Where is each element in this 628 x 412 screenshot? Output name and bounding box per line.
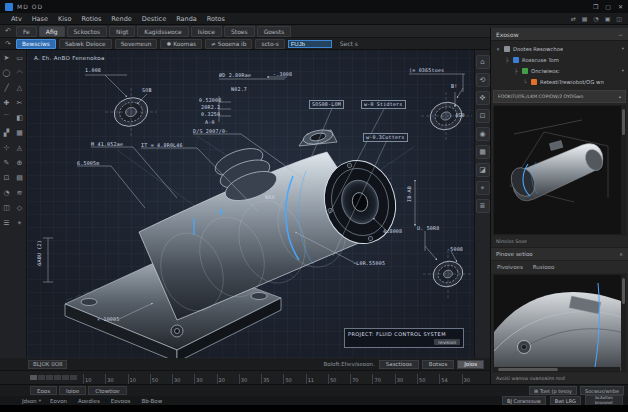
circle-tool-icon[interactable]: ◯: [0, 65, 13, 80]
ribbon-tab[interactable]: Kagidsseoce: [137, 26, 188, 37]
timeline-segments[interactable]: [30, 375, 77, 380]
status-item[interactable]: Eovoos: [111, 398, 133, 404]
toolbar-button[interactable]: ✱ Koomas: [160, 39, 202, 49]
add-tool-icon[interactable]: ✚: [0, 95, 13, 110]
menu-item[interactable]: Rotios: [76, 15, 106, 23]
measure-icon[interactable]: ⌖: [476, 181, 490, 195]
timeline-tick[interactable]: 10: [83, 374, 91, 384]
pan-icon[interactable]: ✜: [476, 91, 490, 105]
list-tool-icon[interactable]: ☰: [0, 215, 13, 230]
panels-icon[interactable]: ◫: [616, 15, 622, 22]
undo-icon[interactable]: ↶: [3, 27, 13, 35]
browser-panel-header[interactable]: Exosow −: [491, 28, 628, 41]
status-item[interactable]: Aoedies: [78, 398, 102, 404]
chevron-down-icon[interactable]: ▾: [622, 68, 624, 73]
measure-tool-icon[interactable]: ⌖: [13, 215, 26, 230]
revolve-tool-icon[interactable]: ◔: [0, 185, 13, 200]
orbit-icon[interactable]: ⟲: [476, 73, 490, 87]
revision-chip[interactable]: revision: [434, 339, 460, 345]
snap-tool-icon[interactable]: ⊹: [0, 140, 13, 155]
preview-2-vertical-scrollbar[interactable]: [621, 275, 625, 371]
menu-item[interactable]: Randa: [171, 15, 202, 23]
ribbon-tab[interactable]: Stoes: [224, 26, 255, 37]
ribbon-tab[interactable]: Sckoctos: [67, 26, 108, 37]
close-icon[interactable]: ✕: [618, 3, 623, 10]
status-item[interactable]: Eovon: [50, 398, 69, 404]
timeline-tick[interactable]: 70: [350, 374, 358, 384]
select-tool-icon[interactable]: ➤: [0, 50, 13, 65]
sub-bar-button[interactable]: Sasctioos: [379, 360, 419, 369]
bottom-tab[interactable]: Ctowtioe: [88, 386, 126, 395]
command-input[interactable]: [288, 40, 332, 48]
panel-tab[interactable]: Rusiooo: [533, 264, 555, 270]
display-settings-icon[interactable]: ≣: [476, 199, 490, 213]
timeline-tick[interactable]: 54: [439, 374, 447, 384]
home-view-icon[interactable]: ⌂: [476, 55, 490, 69]
hatch-tool-icon[interactable]: ▞: [0, 125, 13, 140]
ribbon-tab[interactable]: Goests: [257, 26, 292, 37]
timeline-tick[interactable]: 50: [283, 374, 291, 384]
timeline-tick[interactable]: 30: [194, 374, 202, 384]
grid-tool-icon[interactable]: ▦: [13, 125, 26, 140]
model-preview-2[interactable]: [493, 274, 626, 372]
redo-icon[interactable]: ↷: [3, 40, 13, 48]
panel-scrollbar[interactable]: [621, 106, 625, 234]
timeline-tick[interactable]: 50: [328, 374, 336, 384]
menu-item[interactable]: Rende: [106, 15, 136, 23]
diamond-tool-icon[interactable]: ◇: [13, 200, 26, 215]
timeline-tick[interactable]: 30: [395, 374, 403, 384]
timeline-tick[interactable]: 30: [105, 374, 113, 384]
chevron-down-icon[interactable]: ▾: [622, 46, 624, 51]
apps-icon[interactable]: ▦: [582, 15, 588, 22]
look-at-icon[interactable]: ◉: [476, 127, 490, 141]
polygon-tool-icon[interactable]: △: [13, 80, 26, 95]
pyramid-tool-icon[interactable]: ◬: [13, 140, 26, 155]
status-item[interactable]: Jdson ▾: [22, 398, 41, 404]
collapse-icon[interactable]: −: [618, 31, 623, 38]
menu-item[interactable]: Destice: [137, 15, 171, 23]
sub-bar-button[interactable]: Joios: [457, 360, 484, 369]
toolbar-button[interactable]: Bewsciws: [16, 39, 56, 49]
timeline-tick[interactable]: 35: [261, 374, 269, 384]
tree-item[interactable]: ▾ Dootes Resowchoe ▾: [491, 43, 628, 54]
panel-subsection-row[interactable]: Pinove setioo ∧: [491, 247, 628, 261]
timeline-tick[interactable]: 30: [239, 374, 247, 384]
tree-item[interactable]: ├ Onciwieos: ▾: [491, 65, 628, 76]
toolbar-button[interactable]: ≠ Sooena ib: [205, 39, 252, 49]
timeline-tick[interactable]: 30: [462, 374, 470, 384]
panel-section-header[interactable]: FOOKITI/OS:/LKM COPIOW/2 OYOGwn ▴: [493, 90, 626, 103]
timeline-tick[interactable]: 11: [306, 374, 314, 384]
menu-item[interactable]: Rotos: [202, 15, 230, 23]
layers-tool-icon[interactable]: ▤: [13, 170, 26, 185]
sub-bar-button[interactable]: Botsos: [422, 360, 454, 369]
panels-tool-icon[interactable]: ◫: [0, 200, 13, 215]
ribbon-tab[interactable]: Afig: [39, 26, 65, 37]
model-preview-1[interactable]: [493, 105, 626, 235]
timeline-ruler[interactable]: 103010503030203035501150707030505430: [83, 371, 470, 385]
extents-tool-icon[interactable]: ⊡: [0, 170, 13, 185]
ribbon-tab[interactable]: Isioce: [191, 26, 222, 37]
toolbar-button[interactable]: scto-s: [255, 39, 284, 49]
menu-item[interactable]: Atv: [6, 15, 27, 23]
bottom-tab[interactable]: Ioioe: [59, 386, 86, 395]
bottom-tab[interactable]: Eoos: [30, 386, 57, 395]
timeline-tick[interactable]: 70: [372, 374, 380, 384]
history-icon[interactable]: ◔: [593, 15, 598, 22]
timeline-tick[interactable]: 20: [217, 374, 225, 384]
toolbar-button[interactable]: Sabwk Deioce: [59, 39, 112, 49]
sync-icon[interactable]: ⇄: [571, 15, 576, 22]
ribbon-tab[interactable]: Fe: [16, 26, 37, 37]
line-tool-icon[interactable]: ╱: [0, 80, 13, 95]
zoom-fit-icon[interactable]: ⊡: [476, 109, 490, 123]
layout-icon[interactable]: ▣: [605, 15, 611, 22]
maximize-icon[interactable]: ▢: [605, 3, 611, 10]
status-chip[interactable]: Bwt LRG: [550, 396, 581, 405]
trim-tool-icon[interactable]: ✂: [13, 95, 26, 110]
rect-tool-icon[interactable]: ▭: [13, 50, 26, 65]
spline-tool-icon[interactable]: ≋: [13, 185, 26, 200]
ribbon-tab[interactable]: Nigt: [109, 26, 135, 37]
chevron-up-icon[interactable]: ▴: [619, 94, 621, 99]
arc-tool-icon[interactable]: ◠: [13, 65, 26, 80]
menu-item[interactable]: Hase: [27, 15, 53, 23]
timeline-tick[interactable]: 30: [172, 374, 180, 384]
